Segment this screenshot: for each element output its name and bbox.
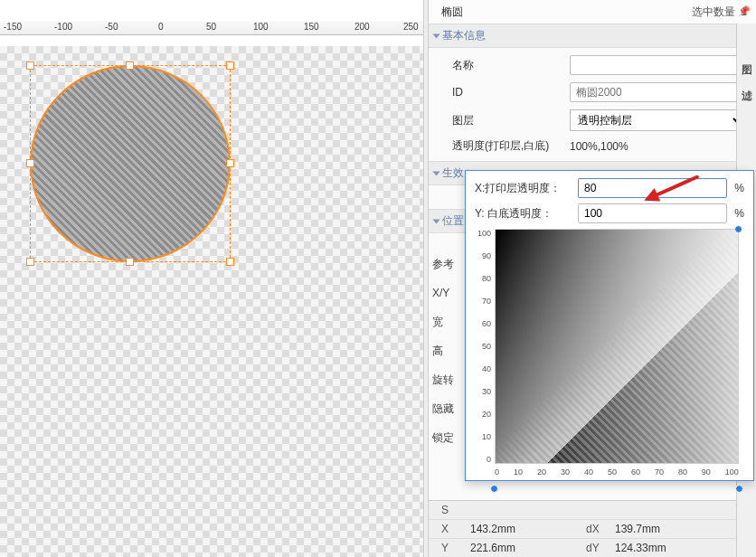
xy-label: X/Y [432, 278, 454, 307]
print-opacity-label: X:打印层透明度： [475, 181, 571, 196]
ruler-horizontal: -150 -100 -50 0 50 100 150 200 250 [0, 21, 423, 35]
ruler-tick: -150 [4, 22, 22, 32]
resize-handle-br[interactable] [226, 258, 234, 266]
section-position-label: 位置 [442, 213, 464, 229]
section-basic-label: 基本信息 [442, 28, 486, 43]
status-x-value: 143.2mm [470, 523, 570, 535]
picker-y-axis: 010 2030 4050 6070 8090 100 [475, 229, 491, 464]
picker-axis-marker[interactable] [490, 485, 498, 493]
status-x-label: X [441, 523, 454, 535]
picker-x-axis: 010 2030 4050 6070 8090 100 [495, 467, 739, 477]
picker-marker[interactable] [734, 225, 742, 233]
status-y-label: Y [441, 542, 454, 554]
layer-select[interactable]: 透明控制层 [570, 109, 745, 131]
locked-label: 锁定 [432, 423, 454, 452]
status-y-value: 221.6mm [470, 542, 570, 554]
status-bar: S X 143.2mm dX 139.7mm Y 221.6mm dY 124.… [429, 500, 756, 557]
resize-handle-tl[interactable] [26, 61, 34, 70]
resize-handle-tm[interactable] [126, 61, 134, 70]
status-dy-value: 124.33mm [615, 542, 714, 554]
name-label: 名称 [452, 58, 561, 73]
canvas-viewport[interactable]: -150 -100 -50 0 50 100 150 200 250 [0, 0, 423, 557]
status-dy-label: dY [586, 542, 599, 554]
resize-handle-tr[interactable] [226, 61, 234, 70]
ruler-tick: -100 [54, 22, 72, 32]
print-opacity-input[interactable] [578, 178, 727, 198]
rotate-label: 旋转 [432, 365, 454, 394]
opacity-pair-label: 透明度(打印层,白底) [452, 138, 561, 154]
white-opacity-input[interactable] [578, 203, 727, 223]
collapse-icon [433, 33, 440, 38]
selection-bounding-box[interactable] [30, 65, 231, 262]
width-label: 宽 [432, 307, 454, 336]
resize-handle-ml[interactable] [26, 159, 34, 167]
name-input[interactable] [570, 55, 745, 75]
selection-count-label: 选中数量 [692, 5, 735, 20]
ruler-tick: 200 [354, 22, 370, 32]
opacity-picker-popup: X:打印层透明度： % Y: 白底透明度： % 010 2030 4050 60… [465, 170, 754, 481]
ruler-tick: 250 [403, 22, 419, 32]
resize-handle-bl[interactable] [26, 258, 34, 266]
tab-layer[interactable]: 图层 [737, 51, 756, 61]
percent-unit: % [734, 182, 744, 194]
ruler-tick: -50 [105, 22, 118, 32]
status-dx-value: 139.7mm [615, 523, 714, 535]
section-effect-label: 生效 [442, 165, 464, 181]
opacity-pair-value[interactable]: 100%,100% [570, 140, 745, 153]
ruler-tick: 150 [304, 22, 319, 32]
layer-label: 图层 [452, 113, 561, 128]
properties-panel: 📌 椭圆 选中数量 1 基本信息 名称 ID 图层 透 [429, 0, 756, 557]
resize-handle-bm[interactable] [126, 258, 134, 266]
status-s-label: S [441, 504, 454, 516]
collapse-icon [433, 219, 440, 223]
ruler-tick: 0 [158, 22, 164, 32]
resize-handle-mr[interactable] [226, 159, 234, 167]
tab-filter[interactable]: 过滤 [737, 76, 756, 87]
picker-axis-marker[interactable] [735, 485, 743, 493]
id-input [570, 82, 745, 102]
position-field-labels: 参考 X/Y 宽 高 旋转 隐藏 锁定 [432, 250, 454, 452]
status-dx-label: dX [586, 523, 599, 535]
ref-label: 参考 [432, 250, 454, 278]
object-type-label: 椭圆 [441, 5, 463, 20]
opacity-2d-picker[interactable] [495, 229, 739, 464]
collapse-icon [433, 171, 440, 175]
white-opacity-label: Y: 白底透明度： [475, 206, 571, 222]
ruler-tick: 50 [206, 22, 216, 32]
height-label: 高 [432, 336, 454, 365]
id-label: ID [452, 86, 561, 99]
hidden-label: 隐藏 [432, 394, 454, 423]
ruler-tick: 100 [253, 22, 269, 32]
section-basic-info[interactable]: 基本信息 [429, 24, 756, 48]
pin-icon[interactable]: 📌 [738, 5, 751, 17]
percent-unit: % [734, 207, 744, 220]
